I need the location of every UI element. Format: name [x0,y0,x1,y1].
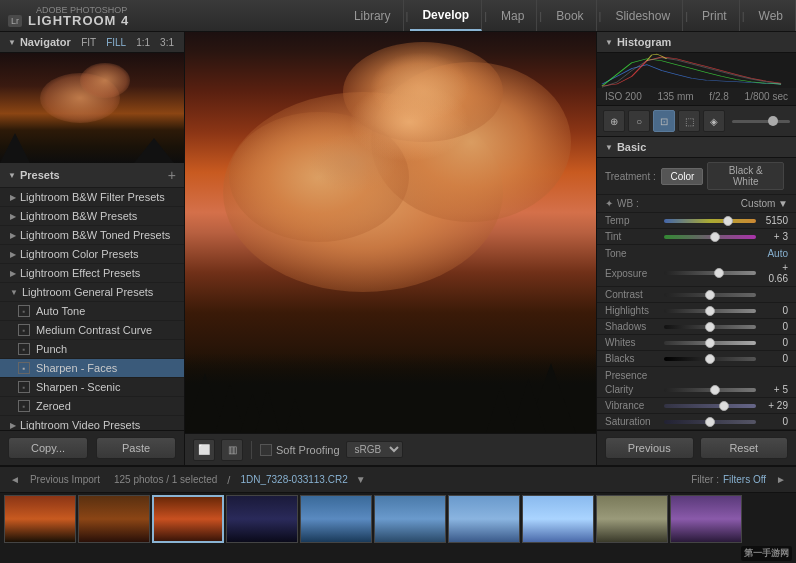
vibrance-slider[interactable] [664,404,756,408]
nav-library[interactable]: Library [342,0,404,31]
filmstrip-filename[interactable]: 1DN_7328-033113.CR2 [240,474,347,485]
whites-slider[interactable] [664,341,756,345]
thumb-6[interactable] [374,495,446,543]
crop-tool[interactable]: ⊕ [603,110,625,132]
preset-group-bw[interactable]: ▶ Lightroom B&W Presets [0,207,184,226]
thumb-5[interactable] [300,495,372,543]
zoom-3-1[interactable]: 3:1 [158,37,176,48]
preset-sharpen-faces[interactable]: ▪ Sharpen - Faces [0,359,184,378]
preset-group-label-7: Lightroom Video Presets [20,419,140,430]
photo-main[interactable] [185,32,596,433]
contrast-slider-row: Contrast [597,287,796,303]
navigator-collapse-icon: ▼ [8,38,16,47]
thumb-7[interactable] [448,495,520,543]
nav-slideshow[interactable]: Slideshow [603,0,683,31]
nav-map[interactable]: Map [489,0,537,31]
preset-group-color[interactable]: ▶ Lightroom Color Presets [0,245,184,264]
app-logo: ADOBE PHOTOSHOP Lr LIGHTROOM 4 [0,3,137,28]
compare-view-button[interactable]: ▥ [221,439,243,461]
tone-label: Tone [605,248,627,259]
preset-icon-punch: ▪ [18,343,30,355]
thumb-2[interactable] [78,495,150,543]
basic-collapse-icon: ▼ [605,143,613,152]
nav-print[interactable]: Print [690,0,740,31]
shadows-slider[interactable] [664,325,756,329]
tool-slider[interactable] [732,120,790,123]
shutter-info: 1/800 sec [745,91,788,102]
preset-autotone[interactable]: ▪ Auto Tone [0,302,184,321]
loupe-view-button[interactable]: ⬜ [193,439,215,461]
preset-group-effect[interactable]: ▶ Lightroom Effect Presets [0,264,184,283]
whites-thumb [705,338,715,348]
soft-proofing-select[interactable]: sRGB [346,441,403,458]
thumb-4[interactable] [226,495,298,543]
preset-group-video[interactable]: ▶ Lightroom Video Presets [0,416,184,430]
nav-develop[interactable]: Develop [410,0,482,31]
filmstrip-next-btn[interactable]: ► [772,472,790,487]
lr-badge: Lr [8,15,22,27]
wb-value[interactable]: Custom ▼ [741,198,788,209]
preset-punch[interactable]: ▪ Punch [0,340,184,359]
tone-auto[interactable]: Auto [767,248,788,259]
filmstrip-source: Previous Import [30,474,100,485]
blacks-slider[interactable] [664,357,756,361]
filmstrip-prev-btn[interactable]: ◄ [6,472,24,487]
grad-filter-tool[interactable]: ⬚ [678,110,700,132]
preset-group-bwtoned[interactable]: ▶ Lightroom B&W Toned Presets [0,226,184,245]
saturation-slider[interactable] [664,420,756,424]
filter-value[interactable]: Filters Off [723,474,766,485]
preset-group-general[interactable]: ▼ Lightroom General Presets [0,283,184,302]
thumb-9[interactable] [596,495,668,543]
bw-treatment-button[interactable]: Black & White [707,162,784,190]
clarity-slider[interactable] [664,388,756,392]
nav-web[interactable]: Web [747,0,796,31]
contrast-slider[interactable] [664,293,756,297]
nav-tree-right [134,138,174,163]
thumb-3-selected[interactable] [152,495,224,543]
soft-proofing-checkbox[interactable] [260,444,272,456]
filmstrip-dropdown-icon[interactable]: ▼ [356,474,366,485]
temp-slider[interactable] [664,219,756,223]
tint-slider[interactable] [664,235,756,239]
top-nav: Library | Develop | Map | Book | Slidesh… [342,0,796,31]
thumb-8[interactable] [522,495,594,543]
preset-group-bwfilter[interactable]: ▶ Lightroom B&W Filter Presets [0,188,184,207]
eyedropper-icon[interactable]: ✦ [605,198,613,209]
highlights-slider[interactable] [664,309,756,313]
app-name: LIGHTROOM 4 [28,13,129,28]
preset-medcontrast[interactable]: ▪ Medium Contrast Curve [0,321,184,340]
exposure-slider[interactable] [664,271,756,275]
preset-zeroed[interactable]: ▪ Zeroed [0,397,184,416]
copy-button[interactable]: Copy... [8,437,88,459]
preset-group-label-2: Lightroom B&W Presets [20,210,137,222]
zoom-1-1[interactable]: 1:1 [134,37,152,48]
saturation-slider-row: Saturation 0 [597,414,796,430]
preset-chevron-6: ▼ [10,288,18,297]
radial-filter-tool[interactable]: ◈ [703,110,725,132]
zoom-fit[interactable]: FIT [79,37,98,48]
previous-button[interactable]: Previous [605,437,694,459]
navigator-header[interactable]: ▼ Navigator FIT FILL 1:1 3:1 [0,32,184,53]
preset-sharpen-scenic[interactable]: ▪ Sharpen - Scenic [0,378,184,397]
center-toolbar: ⬜ ▥ Soft Proofing sRGB [185,433,596,465]
preset-icon-medcontrast: ▪ [18,324,30,336]
basic-panel-header[interactable]: ▼ Basic [597,137,796,158]
presets-header[interactable]: ▼ Presets + [0,163,184,188]
histogram-collapse-icon: ▼ [605,38,613,47]
histogram-header[interactable]: ▼ Histogram [597,32,796,53]
clarity-value: + 5 [760,384,788,395]
histogram-area [597,53,796,88]
contrast-thumb [705,290,715,300]
thumb-1[interactable] [4,495,76,543]
spot-removal-tool[interactable]: ○ [628,110,650,132]
presets-add-button[interactable]: + [168,167,176,183]
redeye-tool[interactable]: ⊡ [653,110,675,132]
thumb-10[interactable] [670,495,742,543]
nav-book[interactable]: Book [544,0,596,31]
paste-button[interactable]: Paste [96,437,176,459]
zoom-fill[interactable]: FILL [104,37,128,48]
reset-button[interactable]: Reset [700,437,789,459]
nav-sep-3: | [537,10,544,22]
color-treatment-button[interactable]: Color [661,168,703,185]
filmstrip-toolbar: ◄ Previous Import 125 photos / 1 selecte… [0,467,796,493]
